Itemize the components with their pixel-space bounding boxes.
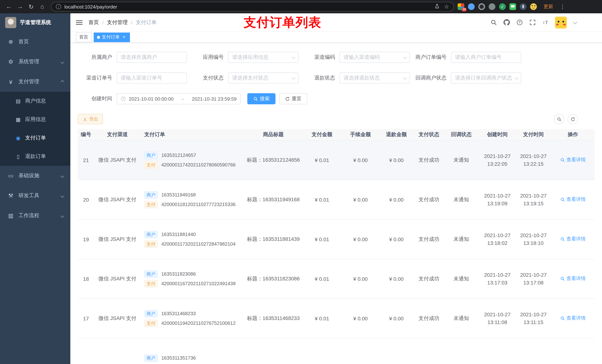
sidebar-item-merchant-info[interactable]: ▤ 商户信息 xyxy=(0,92,70,110)
sidebar-item-system[interactable]: ⚙ 系统管理 xyxy=(0,52,70,72)
sidebar-item-home[interactable]: ⊕ 首页 xyxy=(0,32,70,52)
cell-notify-status: 未通知 xyxy=(443,219,479,259)
browser-forward-icon[interactable]: → xyxy=(15,1,25,12)
sidebar-toggle-icon[interactable] xyxy=(76,19,83,26)
sidebar-item-label: 研发工具 xyxy=(19,192,39,199)
channel-order-no-input[interactable]: 请输入渠道订单号 xyxy=(117,73,187,83)
sidebar-item-pay-order[interactable]: ◉ 支付订单 xyxy=(0,129,70,147)
sidebar-item-label: 首页 xyxy=(19,39,29,45)
table-row[interactable]: 17微信 JSAPI 支付商户1635311468233支付4200001194… xyxy=(78,299,595,338)
view-detail-link[interactable]: 查看详情 xyxy=(560,196,586,203)
view-detail-link[interactable]: 查看详情 xyxy=(560,315,586,322)
channel-code-select[interactable]: 请输入渠道编码 xyxy=(340,52,410,63)
cell-notify-status: 未通知 xyxy=(443,299,479,338)
browser-back-icon[interactable]: ← xyxy=(4,1,14,12)
filter-field-create-time: 创建时间 2021-10-01 00:00:00 - 2021-10-31 23… xyxy=(78,93,241,104)
cell-product-title: 标题：1635311881439 xyxy=(245,219,301,259)
extension-icon-chat[interactable] xyxy=(509,3,516,10)
pay-clock: 13:18:10 xyxy=(516,239,551,247)
sidebar-item-payment[interactable]: ¥ 支付管理 xyxy=(0,72,70,92)
extension-icon-colorful[interactable]: 10 xyxy=(458,3,464,10)
reset-button[interactable]: 重置 xyxy=(279,93,307,104)
pay-status-select[interactable]: 请选择支付状态 xyxy=(228,73,298,83)
browser-home-icon[interactable]: ⌂ xyxy=(37,1,47,12)
table-row[interactable]: 19微信 JSAPI 支付商户1635311881440支付4200001173… xyxy=(78,219,595,259)
merchant-input[interactable]: 请选择所属商户 xyxy=(117,52,187,63)
merchant-order-no-input[interactable]: 请输入商户订单编号 xyxy=(451,52,521,63)
sidebar-item-devtool[interactable]: ⚒ 研发工具 xyxy=(0,186,70,206)
merchant-tag: 商户 xyxy=(144,231,158,238)
tab-pay-order[interactable]: 支付订单 × xyxy=(94,32,130,42)
table-row[interactable]: 21微信 JSAPI 支付商户1635312124657支付4200001174… xyxy=(78,140,595,180)
browser-reload-icon[interactable]: ↻ xyxy=(26,1,36,12)
browser-update-button[interactable]: 更新 xyxy=(544,3,553,10)
app-no-select[interactable]: 请选择应用信息 xyxy=(228,52,298,63)
hide-search-button[interactable] xyxy=(554,114,564,124)
avatar-dropdown-caret-icon[interactable] xyxy=(573,20,577,24)
channel-pay-no: 4200001194202110276752100612 xyxy=(161,319,236,327)
font-size-icon[interactable]: TT xyxy=(542,19,549,26)
app-logo[interactable]: 芋道管理系统 xyxy=(0,13,70,32)
bookmark-star-icon[interactable]: ☆ xyxy=(444,3,449,10)
view-detail-link[interactable]: 查看详情 xyxy=(560,275,586,282)
sidebar-item-infra[interactable]: ▭ 基础设施 xyxy=(0,166,70,186)
address-bar[interactable]: i localhost:1024/pay/order ☆ xyxy=(51,2,454,11)
cell-pay-time xyxy=(516,338,551,364)
refund-icon: ▯ xyxy=(15,154,22,159)
tab-close-icon[interactable]: × xyxy=(121,35,127,40)
merchant-order-no: 1635311351736 xyxy=(161,354,196,362)
view-detail-label: 查看详情 xyxy=(567,157,586,163)
chevron-down-icon xyxy=(515,76,518,79)
app: 芋道管理系统 ⊕ 首页 ⚙ 系统管理 ¥ 支付管理 xyxy=(0,13,602,364)
sidebar-item-app-info[interactable]: ▦ 应用信息 xyxy=(0,110,70,129)
channel-pay-no: 4200001167202110271022491439 xyxy=(161,280,236,287)
svg-text:?: ? xyxy=(518,21,520,24)
tab-label: 支付订单 xyxy=(102,34,119,40)
sidebar-item-label: 系统管理 xyxy=(19,58,39,65)
extension-icon-gray[interactable] xyxy=(489,3,495,10)
create-time-range-input[interactable]: 2021-10-01 00:00:00 - 2021-10-31 23:59:5… xyxy=(117,93,241,104)
pay-date: 2021-10-27 xyxy=(516,271,551,279)
table-row[interactable]: 18微信 JSAPI 支付商户1635311823086支付4200001167… xyxy=(78,259,595,299)
sidebar-item-workflow[interactable]: ▥ 工作流程 xyxy=(0,206,70,226)
breadcrumb-home[interactable]: 首页 xyxy=(88,19,99,26)
export-button[interactable]: 导出 xyxy=(78,114,103,124)
cell-product-title xyxy=(245,338,301,364)
fullscreen-icon[interactable] xyxy=(529,19,536,26)
extension-icon-smiley[interactable] xyxy=(530,3,537,10)
tab-home[interactable]: 首页 xyxy=(76,32,91,42)
github-icon[interactable] xyxy=(503,19,510,26)
cell-pay-amount xyxy=(301,338,343,364)
extension-icon-pin[interactable] xyxy=(520,3,527,10)
extension-icon-ring[interactable] xyxy=(478,3,485,10)
app-title: 芋道管理系统 xyxy=(20,19,51,26)
search-button[interactable]: 搜索 xyxy=(247,93,275,104)
table-row[interactable]: 20微信 JSAPI 支付商户1635311949168支付4200001181… xyxy=(78,180,595,219)
col-header-channel: 支付渠道 xyxy=(94,129,141,140)
refresh-button[interactable] xyxy=(568,114,578,124)
browser-menu-icon[interactable]: ⋮ xyxy=(560,3,565,10)
cell-order-id: 17 xyxy=(78,299,94,338)
site-info-icon[interactable]: i xyxy=(56,4,61,9)
extension-icon-blue[interactable] xyxy=(468,3,475,10)
placeholder-text: 请输入商户订单编号 xyxy=(455,54,517,61)
refund-status-select[interactable]: 请选择退款状态 xyxy=(340,73,410,83)
browser-extensions: 10 更新 ⋮ xyxy=(458,3,565,10)
breadcrumb-pay-manage[interactable]: 支付管理 xyxy=(107,19,128,26)
help-icon[interactable]: ? xyxy=(516,19,523,26)
notify-status-select[interactable]: 请选择订单回调商户状态 xyxy=(451,73,521,83)
search-icon[interactable] xyxy=(490,19,497,26)
create-clock: 13:17:03 xyxy=(479,279,516,287)
view-detail-link[interactable]: 查看详情 xyxy=(560,157,586,163)
view-detail-link[interactable]: 查看详情 xyxy=(560,236,586,242)
page-annotation: 支付订单列表 xyxy=(244,14,321,31)
cell-product-title: 标题：1635311949168 xyxy=(245,180,301,219)
share-icon[interactable] xyxy=(434,3,440,10)
extension-icon-check[interactable] xyxy=(499,3,506,10)
cell-pay-order: 商户1635311823086支付42000011672021102710224… xyxy=(140,259,245,299)
payment-submenu: ▤ 商户信息 ▦ 应用信息 ◉ 支付订单 ▯ 退款订单 xyxy=(0,92,70,166)
user-avatar[interactable] xyxy=(555,16,567,28)
sidebar-item-refund-order[interactable]: ▯ 退款订单 xyxy=(0,147,70,166)
view-detail-label: 查看详情 xyxy=(567,236,586,242)
table-row[interactable]: 商户1635311351736 xyxy=(78,338,595,364)
